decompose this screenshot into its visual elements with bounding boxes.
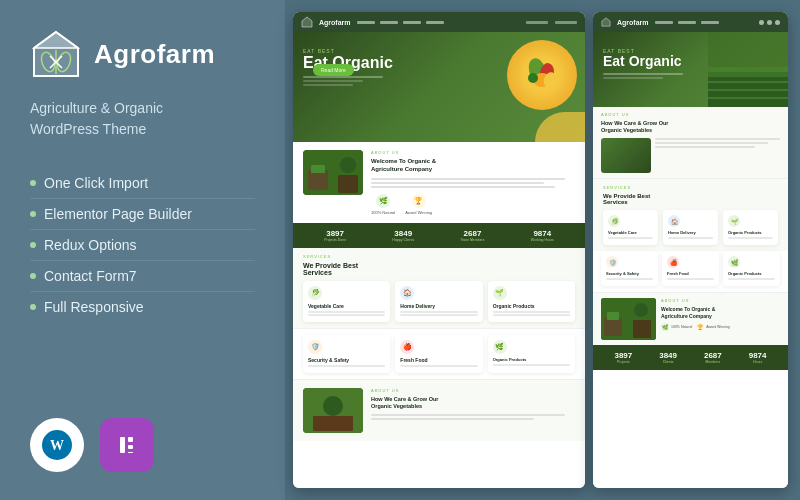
service-p2-home: 🏠 Home Delivery <box>663 210 718 245</box>
svg-rect-7 <box>110 428 144 462</box>
service-desc <box>400 311 477 313</box>
service-desc <box>667 278 714 280</box>
about-mini-content <box>601 138 780 173</box>
service-title: Fresh Food <box>400 357 477 363</box>
stat-num: 3897 <box>324 229 346 238</box>
service-desc <box>493 364 570 366</box>
feature-elementor: Elementor Page Builder <box>30 199 255 230</box>
svg-rect-30 <box>708 67 788 77</box>
service-fresh-food: 🍎 Fresh Food <box>395 335 482 373</box>
services-section-p2: Services We Provide BestServices 🥬 Veget… <box>593 179 788 251</box>
preview-nav-dots-2 <box>759 20 780 25</box>
care-image <box>303 388 363 433</box>
icon-features-1: 🌿 100% Natural 🏆 Award Winning <box>371 194 575 215</box>
service-desc <box>668 237 713 239</box>
desc-line <box>371 414 565 416</box>
hero-accent-shape <box>535 112 585 142</box>
about-mini-image <box>601 138 651 173</box>
stat-hours: 9874 Working Hours <box>531 229 554 242</box>
svg-rect-9 <box>128 437 133 442</box>
feature-contact-form: Contact Form7 <box>30 261 255 292</box>
stat-num: 9874 <box>531 229 554 238</box>
preview-nav-logo-2: Agrofarm <box>617 19 649 26</box>
svg-point-17 <box>528 73 538 83</box>
services-grid-p2: 🥬 Vegetable Care 🏠 Home Delivery 🌱 Organ… <box>603 210 778 245</box>
stat-lbl: Projects Done <box>324 238 346 242</box>
svg-point-25 <box>323 396 343 416</box>
service-p2-fresh: 🍎 Fresh Food <box>662 251 719 286</box>
care-label: About Us <box>371 388 575 393</box>
welcome-label: About Us <box>661 298 780 303</box>
nav-dot <box>759 20 764 25</box>
svg-rect-21 <box>311 165 325 173</box>
nav-link <box>701 21 719 24</box>
nav-dot <box>775 20 780 25</box>
about-title: Welcome To Organic &Agriculture Company <box>371 158 575 174</box>
award-icon: 🏆 <box>412 194 426 208</box>
preview-body-2: About Us How We Care & Grow OurOrganic V… <box>593 107 788 488</box>
service-title: Vegetable Care <box>308 303 385 309</box>
welcome-image <box>601 298 656 340</box>
nav-link <box>678 21 696 24</box>
welcome-badges: 🌿 100% Natural 🏆 Award Winning <box>661 323 780 331</box>
stat-team: 2687 Team Members <box>460 229 484 242</box>
svg-rect-26 <box>313 416 353 431</box>
natural-label: 100% Natural <box>371 210 395 215</box>
stat-p2-2: 3849 Clients <box>659 351 677 364</box>
stat-lbl: Working Hours <box>531 238 554 242</box>
feature-dot <box>30 273 36 279</box>
service-desc <box>308 365 385 367</box>
hero-farm-bg <box>708 32 788 107</box>
left-panel: Agrofarm Agriculture & Organic WordPress… <box>0 0 285 500</box>
about-desc-lines <box>371 178 575 188</box>
service-p2-organic: 🌱 Organic Products <box>723 210 778 245</box>
feature-one-click-import: One Click Import <box>30 168 255 199</box>
natural-badge: 🌿 100% Natural <box>661 323 692 331</box>
service-desc <box>493 314 570 316</box>
service-security: 🛡️ Security & Safety <box>303 335 390 373</box>
preview-hero-2: Eat Best Eat Organic <box>593 32 788 107</box>
hero-desc-2 <box>603 73 683 75</box>
service-p2-organic-2: 🌿 Organic Products <box>723 251 780 286</box>
service-title: Organic Products <box>728 230 773 235</box>
tagline: Agriculture & Organic WordPress Theme <box>30 98 255 140</box>
desc-line <box>371 182 544 184</box>
preview-nav-logo-1: Agrofarm <box>319 19 351 26</box>
desc-line <box>371 186 555 188</box>
stat-num: 2687 <box>460 229 484 238</box>
feature-responsive: Full Responsive <box>30 292 255 322</box>
service-icon: 🌿 <box>728 256 740 268</box>
svg-rect-23 <box>338 175 358 193</box>
svg-point-37 <box>634 303 648 317</box>
svg-marker-27 <box>602 18 610 26</box>
service-organic-2: 🌿 Organic Products <box>488 335 575 373</box>
service-desc <box>400 365 477 367</box>
preview-hero-1: Eat Best Eat Organic Read More <box>293 32 585 142</box>
icon-feature-award: 🏆 Award Winning <box>405 194 432 215</box>
feature-dot <box>30 180 36 186</box>
service-icon: 🍎 <box>667 256 679 268</box>
care-desc-lines <box>371 414 575 420</box>
svg-marker-12 <box>302 17 312 27</box>
stat-lbl: Projects <box>614 360 632 364</box>
service-title: Home Delivery <box>668 230 713 235</box>
stat-clients: 3849 Happy Clients <box>392 229 414 242</box>
hero-cta: Read More <box>313 64 354 76</box>
nav-link <box>655 21 673 24</box>
svg-rect-35 <box>604 318 622 336</box>
natural-label-small: 100% Natural <box>671 325 692 329</box>
preview-nav-links-1 <box>357 21 444 24</box>
stat-lbl: Team Members <box>460 238 484 242</box>
natural-icon: 🌿 <box>376 194 390 208</box>
about-image-1 <box>303 150 363 195</box>
hero-veggie-image <box>507 40 577 110</box>
nav-link <box>357 21 375 24</box>
service-home-delivery: 🏠 Home Delivery <box>395 281 482 322</box>
about-content-1: About Us Welcome To Organic &Agriculture… <box>371 150 575 215</box>
stat-lbl: Happy Clients <box>392 238 414 242</box>
service-icon: 🌱 <box>493 286 507 300</box>
service-title: Home Delivery <box>400 303 477 309</box>
service-desc <box>608 237 653 239</box>
elementor-badge <box>100 418 154 472</box>
stat-num: 2687 <box>704 351 722 360</box>
